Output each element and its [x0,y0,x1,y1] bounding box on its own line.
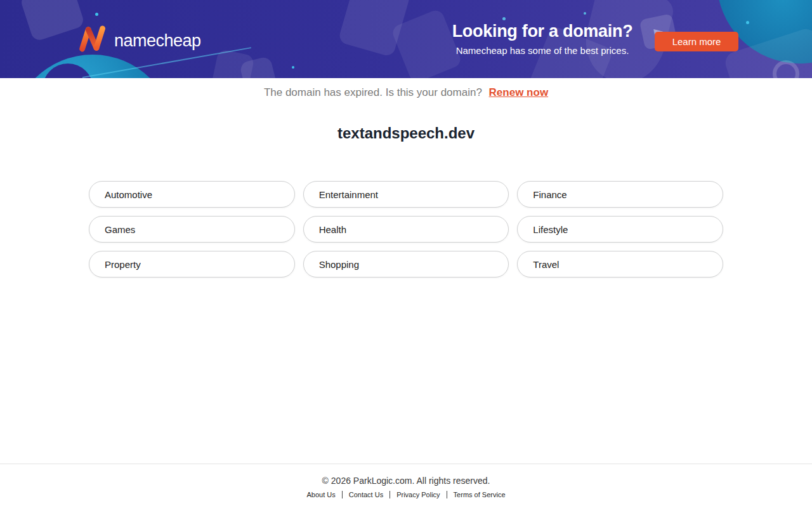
domain-name-heading: textandspeech.dev [0,124,812,142]
footer-link-separator [390,491,390,498]
category-button-automotive[interactable]: Automotive [89,181,295,208]
namecheap-promo-banner: ▶ [0,0,812,78]
promo-subtitle: Namecheap has some of the best prices. [447,45,638,56]
footer-link-about-us[interactable]: About Us [306,491,335,498]
banner-promo: Looking for a domain? Namecheap has some… [447,21,638,56]
category-button-health[interactable]: Health [303,216,509,243]
banner-decoration-dot [584,12,586,15]
banner-decoration-dot [95,13,98,16]
banner-decoration-dot [292,66,294,69]
banner-decoration-dot [746,21,749,24]
footer-link-terms-of-service[interactable]: Terms of Service [454,491,506,498]
promo-title: Looking for a domain? [447,21,638,42]
namecheap-logo-text: namecheap [114,31,201,51]
category-grid: Automotive Entertainment Finance Games H… [89,181,723,277]
namecheap-logo[interactable]: namecheap [76,25,201,52]
banner-decoration-dot [502,17,506,20]
category-button-property[interactable]: Property [89,251,295,277]
footer-link-privacy-policy[interactable]: Privacy Policy [396,491,440,498]
footer-copyright: © 2026 ParkLogic.com. All rights reserve… [0,476,812,486]
renew-now-link[interactable]: Renew now [489,86,549,98]
category-button-finance[interactable]: Finance [517,181,723,208]
footer-link-contact-us[interactable]: Contact Us [349,491,383,498]
category-button-shopping[interactable]: Shopping [303,251,509,277]
expired-notice-text: The domain has expired. Is this your dom… [264,86,482,98]
footer-links: About Us Contact Us Privacy Policy Terms… [0,491,812,498]
category-button-lifestyle[interactable]: Lifestyle [517,216,723,243]
expired-notice: The domain has expired. Is this your dom… [0,86,812,99]
learn-more-button[interactable]: Learn more [655,32,738,51]
banner-decoration-tag [19,0,85,42]
category-button-entertainment[interactable]: Entertainment [303,181,509,208]
category-button-travel[interactable]: Travel [517,251,723,277]
footer: © 2026 ParkLogic.com. All rights reserve… [0,464,812,508]
category-button-games[interactable]: Games [89,216,295,243]
footer-link-separator [342,491,343,498]
parked-domain-page: ▶ [0,0,812,508]
namecheap-logo-icon [76,25,107,52]
footer-link-separator [447,491,447,498]
